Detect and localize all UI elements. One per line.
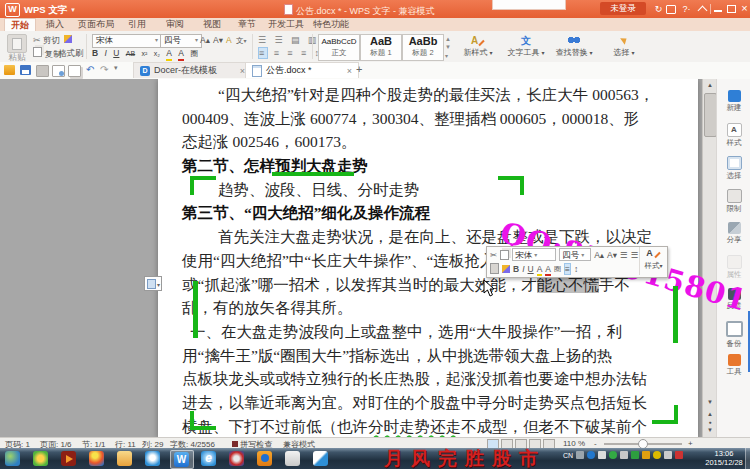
align-center-button[interactable]: ≡ — [287, 48, 295, 58]
font-name-select[interactable]: 宋体▾ — [92, 34, 162, 48]
print-icon[interactable] — [36, 65, 49, 77]
tab-references[interactable]: 引用 — [122, 18, 152, 31]
paste-options-button[interactable]: ▾ — [144, 276, 162, 291]
language-indicator[interactable]: CN — [563, 452, 573, 459]
print-preview-icon[interactable] — [52, 65, 65, 77]
doc-tab-docer[interactable]: D Docer-在线模板 × — [133, 62, 252, 78]
tray-icon-3[interactable] — [598, 451, 606, 459]
taskbar-icon-media[interactable] — [58, 450, 80, 467]
maximize-button[interactable] — [727, 5, 736, 13]
grow-font-button[interactable]: A▴ — [594, 250, 604, 260]
number-list-button[interactable]: ☰ — [274, 35, 285, 45]
taskbar-icon-swirl[interactable] — [30, 450, 52, 467]
subscript-button[interactable]: x₂ — [154, 48, 160, 60]
format-painter-icon[interactable] — [64, 34, 72, 46]
tab-insert[interactable]: 插入 — [40, 18, 70, 31]
paste-button[interactable] — [7, 34, 27, 53]
new-style-button[interactable]: A 新样式 ▾ — [455, 34, 501, 60]
taskbar-icon-misc[interactable] — [310, 450, 332, 467]
cut-button[interactable]: ✂ 剪切 — [33, 34, 60, 46]
align-justify-button[interactable]: ≡ — [258, 47, 268, 59]
undo-icon[interactable]: ↶ — [86, 64, 94, 75]
tab-special-features[interactable]: 特色功能 — [307, 18, 355, 31]
tab-developer[interactable]: 开发工具 — [262, 18, 310, 31]
align-button[interactable]: ≡ — [564, 263, 571, 275]
tab-page-layout[interactable]: 页面布局 — [72, 18, 120, 31]
select-button[interactable]: 选择 ▾ — [601, 34, 647, 60]
tab-section[interactable]: 章节 — [232, 18, 262, 31]
skin-button[interactable] — [666, 5, 676, 14]
export-pdf-icon[interactable] — [68, 65, 81, 77]
tray-icon-4[interactable] — [609, 451, 617, 459]
grow-font-button[interactable]: A▴ — [200, 34, 210, 46]
close-icon[interactable]: × — [347, 66, 352, 76]
sidebar-item-backup[interactable]: 备份 — [717, 321, 750, 348]
open-file-icon[interactable] — [4, 65, 15, 75]
clear-format-button[interactable]: A — [226, 34, 232, 46]
style-normal[interactable]: AaBbCcD正文 — [318, 34, 360, 61]
taskbar-icon-swirl2[interactable] — [226, 450, 248, 467]
italic-button[interactable]: I — [522, 264, 524, 274]
scroll-down-icon[interactable]: ▼ — [703, 397, 717, 408]
taskbar-icon-wps-active[interactable]: W — [170, 450, 194, 469]
sidebar-item-tools[interactable]: 工具 — [717, 354, 750, 376]
save-icon[interactable] — [20, 65, 31, 75]
taskbar-clock[interactable]: 13:062015/12/28 — [703, 450, 745, 467]
vertical-scrollbar[interactable]: ▲ ▼ ▲ ● ▼ — [702, 79, 717, 437]
copy-icon[interactable] — [500, 250, 509, 260]
style-heading1[interactable]: AaB标题 1 — [360, 34, 402, 61]
shrink-font-button[interactable]: A▾ — [607, 250, 617, 260]
bullet-list-button[interactable]: ☰ — [620, 250, 628, 260]
taskbar-icon-explorer[interactable] — [114, 450, 136, 467]
style-heading2[interactable]: AaBb标题 2 — [402, 34, 444, 61]
tray-icon-7[interactable] — [642, 451, 650, 459]
bullet-list-button[interactable]: ☰ — [258, 35, 269, 45]
align-left-button[interactable]: ≡ — [274, 48, 282, 58]
bold-button[interactable]: B — [513, 264, 519, 274]
quickbar-more-icon[interactable]: ▾ — [114, 64, 118, 72]
volume-icon[interactable] — [664, 451, 672, 459]
bold-button[interactable]: B — [92, 47, 98, 59]
number-list-button[interactable]: ☰ — [631, 250, 639, 260]
shrink-font-button[interactable]: A▾ — [213, 34, 223, 46]
app-menu-button[interactable]: W WPS 文字 ▾ — [5, 3, 75, 17]
align-right-button[interactable]: ≡ — [301, 48, 309, 58]
tab-view[interactable]: 视图 — [197, 18, 227, 31]
format-painter-button[interactable]: 格式刷 — [58, 47, 84, 59]
tray-icon-2[interactable] — [587, 451, 595, 459]
highlight-color-button[interactable]: A — [166, 47, 172, 59]
doc-tab-active[interactable]: 公告.docx * × — [245, 62, 359, 78]
collapse-ribbon-icon[interactable] — [698, 6, 708, 16]
enclose-character-button[interactable]: 圈 — [554, 264, 561, 274]
change-case-button[interactable]: 文▾ — [236, 34, 247, 46]
taskbar-icon-ie[interactable]: e — [198, 450, 220, 467]
zoom-out-button[interactable]: - — [594, 439, 597, 448]
text-tool-button[interactable]: 文 文字工具 ▾ — [503, 34, 549, 60]
start-button[interactable] — [2, 450, 24, 467]
line-spacing-button[interactable]: ↕ — [574, 264, 578, 274]
zoom-in-button[interactable]: + — [688, 439, 693, 448]
tray-icon-5[interactable] — [620, 451, 628, 459]
sidebar-item-select[interactable]: 选择 — [717, 156, 750, 180]
tray-icon-6[interactable] — [631, 451, 639, 459]
sidebar-item-restrict[interactable]: 限制 — [717, 189, 750, 213]
taskbar-icon-compass[interactable] — [142, 450, 164, 467]
mini-font-select[interactable]: 宋体▾ — [512, 248, 556, 261]
highlight-color-button[interactable]: A — [537, 264, 543, 274]
action-center-flag-icon[interactable] — [675, 451, 683, 459]
tray-icon-8[interactable] — [653, 451, 661, 459]
mini-size-select[interactable]: 四号▾ — [559, 248, 591, 261]
style-menu-button[interactable]: 样式▾ — [640, 260, 667, 272]
minimize-button[interactable] — [714, 10, 722, 12]
sidebar-item-styles[interactable]: A样式 — [717, 123, 750, 147]
strikethrough-button[interactable]: AB — [126, 48, 135, 60]
tab-review[interactable]: 审阅 — [160, 18, 190, 31]
taskbar-icon-browser-ball[interactable] — [86, 450, 108, 467]
paste-icon[interactable] — [490, 263, 499, 274]
font-color-button[interactable]: A — [178, 47, 184, 59]
next-page-icon[interactable]: ▼ — [703, 425, 717, 436]
decrease-indent-button[interactable]: ▤ — [291, 35, 303, 45]
superscript-button[interactable]: x² — [142, 48, 148, 60]
scroll-up-icon[interactable]: ▲ — [703, 80, 717, 91]
zoom-level[interactable]: 110 % — [563, 439, 585, 448]
